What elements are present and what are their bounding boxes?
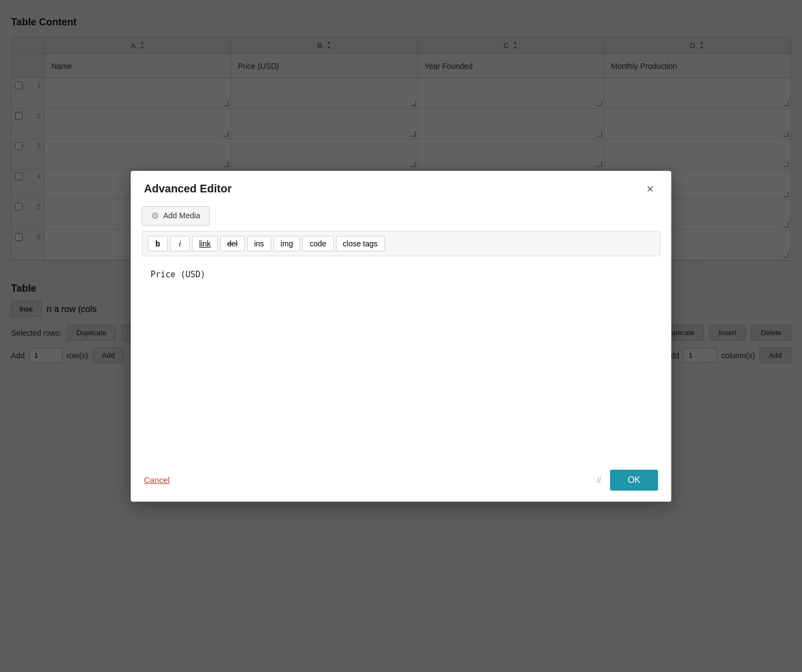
format-link-button[interactable]: link — [192, 236, 218, 251]
modal-toolbar: ⚙ Add Media b i link del ins img code cl… — [131, 206, 671, 262]
ok-button[interactable]: OK — [610, 470, 658, 491]
format-toolbar: b i link del ins img code close tags — [142, 231, 660, 256]
resize-handle-icon[interactable]: // — [597, 476, 601, 485]
modal-footer: Cancel // OK — [131, 462, 671, 502]
modal-close-button[interactable]: × — [642, 181, 658, 197]
modal-title: Advanced Editor — [144, 182, 232, 195]
add-media-label: Add Media — [163, 211, 200, 220]
format-del-button[interactable]: del — [220, 236, 245, 251]
cancel-button[interactable]: Cancel — [144, 475, 170, 485]
format-ins-button[interactable]: ins — [247, 236, 271, 251]
editor-textarea[interactable] — [142, 262, 660, 462]
media-icon: ⚙ — [151, 211, 159, 221]
format-italic-button[interactable]: i — [170, 236, 190, 251]
modal-overlay: Advanced Editor × ⚙ Add Media b i link d… — [0, 0, 802, 672]
format-bold-button[interactable]: b — [148, 236, 168, 251]
format-img-button[interactable]: img — [274, 236, 301, 251]
modal-header: Advanced Editor × — [131, 171, 671, 206]
format-close-tags-button[interactable]: close tags — [336, 236, 385, 251]
advanced-editor-modal: Advanced Editor × ⚙ Add Media b i link d… — [131, 171, 671, 502]
add-media-button[interactable]: ⚙ Add Media — [142, 206, 210, 225]
format-code-button[interactable]: code — [302, 236, 333, 251]
